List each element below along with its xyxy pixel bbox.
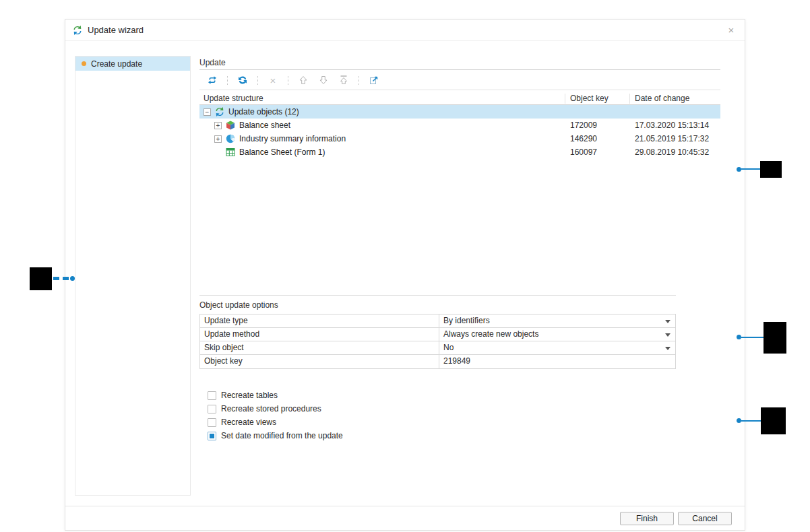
open-in-editor-icon xyxy=(369,75,379,86)
recreate-options-group: Recreate tables Recreate stored procedur… xyxy=(199,389,577,442)
swap-icon xyxy=(207,75,218,86)
table-header: Update structure Object key Date of chan… xyxy=(199,93,720,105)
checkbox-label: Recreate views xyxy=(221,418,276,427)
tree-row-label: Industry summary information xyxy=(239,134,346,143)
finish-button[interactable]: Finish xyxy=(620,512,674,525)
redaction-box-1 xyxy=(760,161,782,178)
column-separator xyxy=(565,94,565,104)
callout-dot xyxy=(70,276,75,281)
close-button[interactable]: × xyxy=(724,24,738,36)
skip-object-combobox[interactable]: No xyxy=(439,341,675,354)
wizard-steps-sidebar: Create update xyxy=(75,56,191,496)
table-icon xyxy=(225,147,236,158)
tree-row-label: Balance sheet xyxy=(239,121,290,130)
tree-row-label: Update objects (12) xyxy=(228,107,299,117)
redaction-box-2 xyxy=(30,267,52,290)
tree-row-date: 17.03.2020 15:13:14 xyxy=(635,119,709,132)
tree-row-object-key: 146290 xyxy=(570,132,597,145)
option-row-skip-object: Skip object No xyxy=(200,341,675,355)
callout-dot xyxy=(737,418,741,423)
checkbox-label: Recreate stored procedures xyxy=(221,404,321,413)
checkbox-label: Recreate tables xyxy=(221,391,278,400)
update-objects-icon xyxy=(214,106,225,117)
chevron-down-icon[interactable] xyxy=(665,320,671,323)
tree-row-date: 21.05.2019 15:17:32 xyxy=(635,132,709,145)
toolbar-separator xyxy=(257,76,258,85)
tree-row-balance-sheet-form1[interactable]: Balance Sheet (Form 1) 160097 29.08.2019… xyxy=(199,145,720,159)
update-wizard-icon xyxy=(72,25,83,36)
move-to-top-button[interactable] xyxy=(336,73,352,88)
checkbox-row-set-date-modified[interactable]: Set date modified from the update xyxy=(199,429,577,442)
delete-button[interactable]: × xyxy=(265,73,281,88)
options-section-title: Object update options xyxy=(199,300,278,311)
callout-dot xyxy=(737,335,741,339)
option-label: Update type xyxy=(200,314,439,327)
update-type-combobox[interactable]: By identifiers xyxy=(439,314,675,327)
tree-row-label: Balance Sheet (Form 1) xyxy=(239,147,325,157)
recreate-views-checkbox[interactable] xyxy=(208,418,216,427)
tree-row-object-key: 160097 xyxy=(570,145,597,159)
update-method-combobox[interactable]: Always create new objects xyxy=(439,328,675,341)
delete-icon: × xyxy=(270,75,276,86)
toolbar-separator xyxy=(227,76,228,85)
checkbox-row-recreate-views[interactable]: Recreate views xyxy=(199,415,577,429)
checkbox-row-recreate-tables[interactable]: Recreate tables xyxy=(199,389,577,402)
options-separator xyxy=(199,295,676,296)
cube-icon xyxy=(225,120,236,131)
set-date-modified-checkbox[interactable] xyxy=(208,432,216,440)
update-section-title: Update xyxy=(199,57,720,70)
move-down-button[interactable] xyxy=(315,73,332,88)
open-in-editor-button[interactable] xyxy=(366,73,382,88)
toolbar-separator xyxy=(288,76,288,85)
combobox-value: By identifiers xyxy=(443,316,490,325)
checkbox-row-recreate-stored-procedures[interactable]: Recreate stored procedures xyxy=(199,402,577,415)
redaction-box-3 xyxy=(764,322,786,354)
column-header-date-of-change[interactable]: Date of change xyxy=(635,93,689,104)
recreate-tables-checkbox[interactable] xyxy=(208,391,216,400)
chevron-down-icon[interactable] xyxy=(665,333,671,337)
callout-line xyxy=(741,168,760,170)
collapse-toggle-icon[interactable]: − xyxy=(204,108,211,116)
recreate-stored-procedures-checkbox[interactable] xyxy=(208,405,216,413)
tree-row-industry-summary[interactable]: + Industry summary information 146290 21… xyxy=(199,132,720,145)
chevron-down-icon[interactable] xyxy=(665,347,671,350)
expand-toggle-icon[interactable]: + xyxy=(214,135,222,143)
option-label: Skip object xyxy=(200,341,439,354)
option-row-object-key: Object key 219849 xyxy=(200,355,675,368)
move-up-button[interactable] xyxy=(295,73,311,88)
tree-row-date: 29.08.2019 10:45:32 xyxy=(635,145,709,159)
cancel-button[interactable]: Cancel xyxy=(678,512,732,525)
update-structure-tree: − Update objects (12) + xyxy=(199,105,720,159)
sidebar-item-label: Create update xyxy=(91,59,142,69)
field-value: 219849 xyxy=(443,356,470,366)
footer-separator xyxy=(65,506,745,506)
update-wizard-dialog: Update wizard × Create update Update xyxy=(65,19,745,531)
redaction-box-4 xyxy=(761,407,786,434)
option-row-update-method: Update method Always create new objects xyxy=(200,328,675,341)
swap-button[interactable] xyxy=(204,73,220,88)
pie-chart-icon xyxy=(225,133,236,144)
refresh-button[interactable] xyxy=(235,73,251,88)
tree-row-update-objects[interactable]: − Update objects (12) xyxy=(199,105,720,119)
checkbox-label: Set date modified from the update xyxy=(221,431,343,440)
object-update-options-grid: Update type By identifiers Update method… xyxy=(199,314,676,369)
arrow-to-top-icon xyxy=(338,75,349,86)
window-title: Update wizard xyxy=(88,25,144,35)
combobox-value: Always create new objects xyxy=(443,329,538,339)
column-separator xyxy=(629,94,630,104)
sidebar-item-create-update[interactable]: Create update xyxy=(75,57,190,71)
titlebar: Update wizard × xyxy=(65,20,745,41)
combobox-value: No xyxy=(443,343,454,352)
tree-row-balance-sheet[interactable]: + Balance sheet 172009 17.03.2020 15:13:… xyxy=(199,119,720,132)
callout-line xyxy=(741,420,761,422)
object-key-field[interactable]: 219849 xyxy=(439,355,675,368)
column-header-update-structure[interactable]: Update structure xyxy=(204,93,263,104)
screenshot-page: Update wizard × Create update Update xyxy=(0,0,810,532)
option-label: Update method xyxy=(200,328,439,341)
callout-line xyxy=(741,337,764,338)
option-row-update-type: Update type By identifiers xyxy=(200,314,675,328)
expand-toggle-icon[interactable]: + xyxy=(214,122,222,129)
column-header-object-key[interactable]: Object key xyxy=(570,93,609,104)
callout-dot xyxy=(737,167,741,172)
option-label: Object key xyxy=(200,355,439,368)
